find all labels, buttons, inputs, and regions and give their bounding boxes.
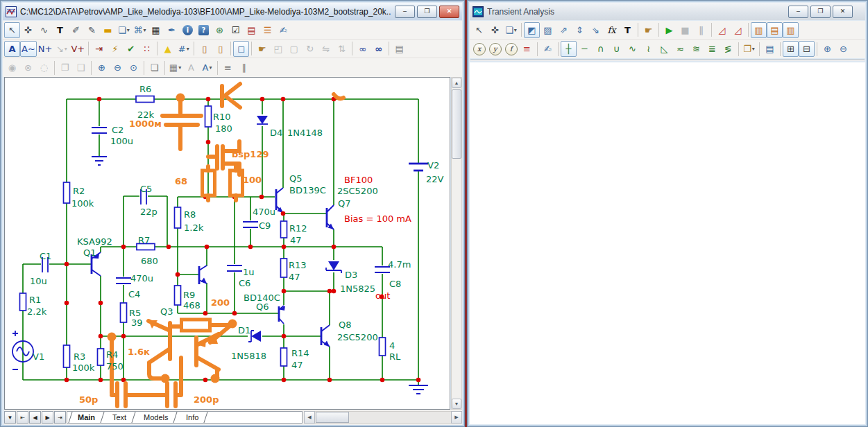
stop-circle-icon[interactable]: ⊗ — [20, 60, 36, 76]
zoom-100-icon[interactable]: ⊙ — [126, 60, 142, 76]
limits-icon[interactable]: ≡ — [519, 41, 535, 57]
select-region-icon[interactable]: ◻ — [233, 41, 249, 57]
prev-page-button[interactable]: ◀ — [29, 411, 41, 424]
spreadsheet-icon[interactable]: ▦ — [148, 22, 164, 38]
fx-icon[interactable]: f — [503, 41, 519, 57]
tab-text[interactable]: Text — [103, 412, 135, 423]
x-axis-icon[interactable]: x — [471, 41, 487, 57]
annotate-pen-icon[interactable]: ✒ — [164, 22, 180, 38]
text-mode-icon[interactable]: T — [52, 22, 68, 38]
restore-button[interactable]: ❐ — [417, 6, 437, 18]
link-icon[interactable]: ⊛ — [212, 22, 228, 38]
peak-icon[interactable]: ∩ — [593, 41, 609, 57]
zoom-in-icon[interactable]: ⊕ — [819, 41, 835, 57]
vertical-scrollbar[interactable]: ▲ ▼ — [451, 77, 462, 410]
global-high-icon[interactable]: ≋ — [688, 41, 704, 57]
schematic-window-titlebar[interactable]: C:\MC12\DATA\Petrov\AMP_Like_Melodiya-10… — [3, 3, 462, 20]
region-properties-icon[interactable]: ☛ — [254, 41, 270, 57]
panel-left-icon[interactable]: ▥ — [751, 22, 767, 38]
help-icon[interactable]: ? — [196, 22, 212, 38]
box-select-icon[interactable]: ◰ — [270, 41, 286, 57]
show-attribute-values[interactable]: A~ — [20, 41, 37, 57]
flip-horizontal-icon[interactable]: ⇋ — [318, 41, 334, 57]
component-menu-icon[interactable]: ❏▾ — [116, 22, 132, 38]
rotate-icon[interactable]: ↻ — [302, 41, 318, 57]
tab-info[interactable]: Info — [177, 412, 208, 423]
font-color-icon[interactable]: A▾ — [199, 60, 215, 76]
page-list-button[interactable]: ▼ — [4, 411, 16, 424]
line-mode-icon[interactable]: ✐ — [68, 22, 84, 38]
view-mode-icon[interactable]: ▦▾ — [167, 60, 183, 76]
select-tool[interactable]: ↖ — [4, 22, 20, 38]
next-page-button[interactable]: ▶ — [42, 411, 53, 424]
vertical-scroll-thumb[interactable] — [452, 89, 461, 159]
model-doc-icon[interactable]: ▤ — [244, 22, 259, 38]
page-flip-icon[interactable]: ❏ — [146, 60, 162, 76]
run-button[interactable]: ▶ — [661, 22, 677, 38]
box-clear-icon[interactable]: ▢ — [286, 41, 302, 57]
slope-icon[interactable]: ◺ — [656, 41, 672, 57]
send-back-icon[interactable]: ❑ — [73, 60, 89, 76]
curve-branch-icon[interactable]: ≶ — [720, 41, 736, 57]
high-icon[interactable]: ∿ — [624, 41, 640, 57]
pan-tool[interactable]: ✜ — [20, 22, 36, 38]
find-icon[interactable]: ∞ — [355, 41, 371, 57]
info-icon[interactable]: i — [180, 22, 196, 38]
show-conditions[interactable]: ✔ — [123, 41, 139, 57]
dropdown-arrow-icon[interactable]: ▾ — [514, 27, 517, 33]
minimize-button[interactable]: – — [788, 6, 808, 18]
formula-icon[interactable]: fx — [604, 22, 620, 38]
slope-down-icon[interactable]: ◿ — [730, 22, 746, 38]
panel-center-icon[interactable]: ▤ — [767, 22, 783, 38]
stop-button[interactable]: ■ — [677, 22, 693, 38]
text-page-icon[interactable]: ▯ — [212, 41, 228, 57]
schematic-canvas[interactable]: R622kC2100uR2100kC522pR10180D41N4148Q5BD… — [4, 77, 450, 410]
dropdown-arrow-icon[interactable]: ▾ — [143, 27, 146, 33]
last-page-button[interactable]: ⇥ — [54, 411, 66, 424]
dropdown-arrow-icon[interactable]: ▾ — [178, 64, 181, 71]
plot-area[interactable] — [470, 62, 865, 424]
text-mode-icon[interactable]: T — [620, 22, 636, 38]
scale-up-icon[interactable]: ⇗ — [556, 22, 572, 38]
schematic-drawing[interactable]: R622kC2100uR2100kC522pR10180D41N4148Q5BD… — [5, 78, 450, 409]
close-button[interactable]: ✕ — [439, 6, 459, 18]
horizontal-scroll-thumb[interactable] — [316, 412, 349, 423]
inflection-icon[interactable]: ≈ — [672, 41, 688, 57]
slope-up-icon[interactable]: ◿ — [714, 22, 730, 38]
new-page-icon[interactable]: ▯ — [196, 41, 212, 57]
transient-window-titlebar[interactable]: Transient Analysis – ❐ ✕ — [470, 3, 865, 20]
restore-button[interactable]: ❐ — [810, 6, 831, 18]
scroll-left-button[interactable]: ◀ — [304, 411, 315, 424]
show-power[interactable]: ⚡ — [107, 41, 123, 57]
minimize-button[interactable]: – — [395, 6, 415, 18]
zoom-out-icon[interactable]: ⊖ — [835, 41, 851, 57]
scale-both-icon[interactable]: ⇕ — [572, 22, 588, 38]
dropdown-arrow-icon[interactable]: ▾ — [65, 46, 67, 52]
font-icon[interactable]: A — [183, 60, 199, 76]
more-icon[interactable]: ◌ — [36, 60, 52, 76]
check-icon[interactable]: ☑ — [228, 22, 244, 38]
first-page-button[interactable]: ⇤ — [17, 411, 28, 424]
select-tool[interactable]: ↖ — [471, 22, 487, 38]
show-node-numbers[interactable]: N+ — [37, 41, 54, 57]
close-button[interactable]: ✕ — [833, 6, 853, 18]
pause-button[interactable]: ∥ — [693, 22, 709, 38]
horizontal-tag-icon[interactable]: ─ — [577, 41, 593, 57]
curve-group-icon[interactable]: ≣ — [704, 41, 720, 57]
zoom-region-x-icon[interactable]: ⊞ — [783, 41, 799, 57]
dropdown-arrow-icon[interactable]: ▾ — [187, 46, 189, 52]
panel-right-icon[interactable]: ▥ — [783, 22, 799, 38]
flowchart-menu-icon[interactable]: ⌘▾ — [132, 22, 148, 38]
grid-toggle[interactable]: #▾ — [176, 41, 192, 57]
zoom-out-icon[interactable]: ⊖ — [110, 60, 126, 76]
numeric-output-icon[interactable]: ▤ — [762, 41, 778, 57]
clipboard-icon[interactable]: ❐▾ — [741, 41, 757, 57]
graph-properties-icon[interactable]: ▨ — [540, 22, 556, 38]
zoom-region-y-icon[interactable]: ⊟ — [799, 41, 815, 57]
align-vertical-icon[interactable]: ∥ — [236, 60, 252, 76]
bring-front-icon[interactable]: ❐ — [57, 60, 73, 76]
step-icon[interactable]: ◉ — [4, 60, 20, 76]
select-mode-icon[interactable]: ◩ — [524, 22, 540, 38]
show-node-voltages[interactable]: V+ — [69, 41, 86, 57]
pan-tool[interactable]: ✜ — [487, 22, 503, 38]
